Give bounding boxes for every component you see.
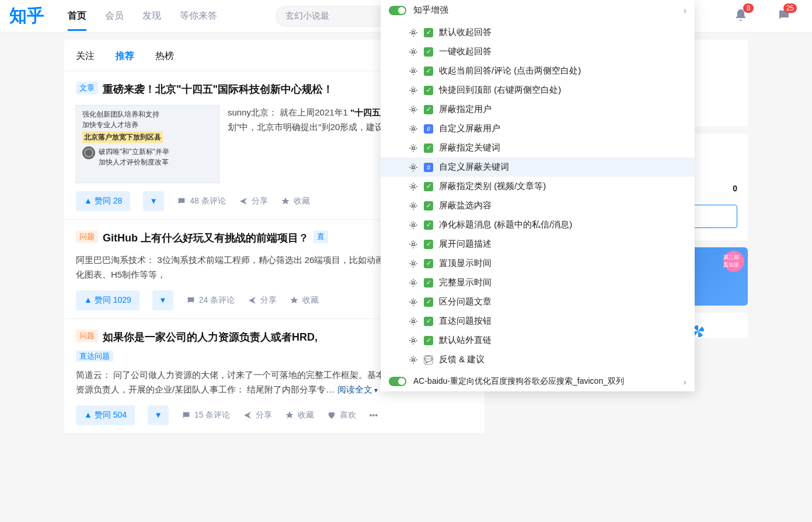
ext-second-header[interactable]: AC-baidu-重定向优化百度搜狗谷歌必应搜索_favicon_双列 › — [381, 372, 695, 391]
ext-option-row[interactable]: ✓默认站外直链 — [381, 331, 695, 350]
gear-icon[interactable] — [409, 143, 418, 153]
ext-option-label: 快捷回到顶部 (右键两侧空白处) — [439, 85, 686, 96]
message-icon[interactable]: 25 — [777, 8, 791, 24]
fav-link[interactable]: 收藏 — [290, 295, 319, 306]
upvote-button[interactable]: ▲ 赞同 28 — [76, 191, 130, 211]
gear-icon[interactable] — [409, 278, 418, 288]
ext-option-row[interactable]: #自定义屏蔽用户 — [381, 119, 695, 138]
gear-icon[interactable] — [409, 240, 418, 249]
ext-option-row[interactable]: ✓一键收起回答 — [381, 42, 695, 61]
ext-option-row[interactable]: ✓收起当前回答/评论 (点击两侧空白处) — [381, 61, 695, 80]
tab-follow[interactable]: 关注 — [76, 50, 95, 62]
ext-option-row[interactable]: ✓屏蔽指定关键词 — [381, 138, 695, 157]
ext-option-row[interactable]: ✓快捷回到顶部 (右键两侧空白处) — [381, 80, 695, 100]
downvote-button[interactable]: ▼ — [152, 290, 173, 310]
nav-discover[interactable]: 发现 — [142, 2, 161, 30]
checkbox-icon[interactable]: ✓ — [424, 259, 433, 268]
more-icon[interactable]: ••• — [369, 411, 378, 420]
item-title[interactable]: 重磅来袭！北京"十四五"国际科技创新中心规松！ — [103, 82, 333, 98]
checkbox-icon[interactable]: ✓ — [424, 182, 433, 191]
ext-option-row[interactable]: ✓屏蔽指定用户 — [381, 100, 695, 119]
tab-hot[interactable]: 热榜 — [155, 50, 174, 62]
checkbox-icon[interactable]: ✓ — [424, 201, 433, 211]
like-link[interactable]: 喜欢 — [327, 410, 356, 421]
share-link[interactable]: 分享 — [243, 410, 272, 421]
upvote-button[interactable]: ▲ 赞同 504 — [76, 405, 135, 425]
ext-option-row[interactable]: ✓屏蔽指定类别 (视频/文章等) — [381, 177, 695, 196]
ext-option-row[interactable]: 💬反馈 & 建议 — [381, 350, 695, 369]
ext-option-row[interactable]: ✓区分问题文章 — [381, 292, 695, 311]
ext-main-header[interactable]: 知乎增强 › — [381, 0, 695, 20]
checkbox-icon[interactable]: ✓ — [424, 317, 433, 326]
checkbox-icon[interactable]: ✓ — [424, 143, 433, 153]
nav-vip[interactable]: 会员 — [105, 2, 124, 30]
hash-icon[interactable]: # — [424, 124, 433, 134]
toggle-icon[interactable] — [389, 6, 406, 15]
checkbox-icon[interactable]: ✓ — [424, 66, 433, 76]
gear-icon[interactable] — [409, 317, 418, 326]
fav-link[interactable]: 收藏 — [281, 196, 310, 206]
chat-icon[interactable]: 💬 — [424, 355, 433, 365]
gear-icon[interactable] — [409, 124, 418, 134]
downvote-button[interactable]: ▼ — [143, 191, 164, 211]
upvote-button[interactable]: ▲ 赞同 1029 — [76, 290, 140, 310]
share-link[interactable]: 分享 — [239, 196, 268, 206]
comments-link[interactable]: 48 条评论 — [177, 196, 225, 206]
share-link[interactable]: 分享 — [248, 295, 277, 306]
checkbox-icon[interactable]: ✓ — [424, 297, 433, 307]
svg-point-3 — [412, 89, 414, 92]
comments-link[interactable]: 24 条评论 — [186, 295, 235, 306]
gear-icon[interactable] — [409, 220, 418, 230]
gear-icon[interactable] — [409, 86, 418, 95]
thumbnail[interactable]: 强化创新团队培养和支持 加快专业人才培养 北京落户放宽下放到区县 破四唯"和"立… — [76, 105, 219, 183]
checkbox-icon[interactable]: ✓ — [424, 336, 433, 345]
nav-home[interactable]: 首页 — [68, 2, 86, 30]
checkbox-icon[interactable]: ✓ — [424, 220, 433, 230]
read-more[interactable]: 阅读全文 — [337, 384, 378, 394]
bell-icon[interactable]: 8 — [734, 8, 748, 24]
ext-option-row[interactable]: ✓置顶显示时间 — [381, 254, 695, 273]
ext-main-title: 知乎增强 — [413, 5, 677, 16]
gear-icon[interactable] — [409, 259, 418, 268]
checkbox-icon[interactable]: ✓ — [424, 278, 433, 288]
svg-point-13 — [412, 282, 414, 284]
ext-option-label: 默认收起回答 — [439, 27, 686, 38]
checkbox-icon[interactable]: ✓ — [424, 105, 433, 114]
downvote-button[interactable]: ▼ — [148, 405, 169, 425]
ext-option-row[interactable]: ✓直达问题按钮 — [381, 311, 695, 331]
ext-option-row[interactable]: ✓完整显示时间 — [381, 273, 695, 292]
gear-icon[interactable] — [409, 105, 418, 114]
nav-answer[interactable]: 等你来答 — [180, 2, 217, 30]
checkbox-icon[interactable]: ✓ — [424, 47, 433, 57]
gear-icon[interactable] — [409, 163, 418, 172]
toggle-icon[interactable] — [389, 377, 406, 386]
question-tag: 问题 — [76, 230, 98, 243]
svg-point-5 — [412, 128, 414, 130]
ext-option-row[interactable]: ✓屏蔽盐选内容 — [381, 196, 695, 215]
ext-option-row[interactable]: ✓净化标题消息 (标题中的私信/消息) — [381, 215, 695, 234]
gear-icon[interactable] — [409, 182, 418, 191]
ext-option-row[interactable]: ✓展开问题描述 — [381, 234, 695, 254]
gear-icon[interactable] — [409, 66, 418, 76]
ext-option-row[interactable]: #自定义屏蔽关键词 — [381, 157, 695, 177]
ext-option-row[interactable]: ✓默认收起回答 — [381, 23, 695, 42]
checkbox-icon[interactable]: ✓ — [424, 240, 433, 249]
logo[interactable]: 知乎 — [9, 4, 44, 28]
gear-icon[interactable] — [409, 47, 418, 57]
gear-icon[interactable] — [409, 297, 418, 307]
item-title[interactable]: 如果你是一家公司的人力资源负责人或者HRD, — [103, 330, 318, 346]
gear-icon[interactable] — [409, 336, 418, 345]
ext-option-label: 屏蔽指定关键词 — [439, 142, 686, 153]
direct-tag[interactable]: 直 — [313, 230, 328, 243]
comments-link[interactable]: 15 条评论 — [182, 410, 230, 421]
checkbox-icon[interactable]: ✓ — [424, 86, 433, 95]
gear-icon[interactable] — [409, 28, 418, 37]
gear-icon[interactable] — [409, 355, 418, 365]
direct-tag[interactable]: 直达问题 — [76, 351, 113, 362]
hash-icon[interactable]: # — [424, 163, 433, 172]
item-title[interactable]: GitHub 上有什么好玩又有挑战的前端项目？ — [103, 230, 309, 247]
gear-icon[interactable] — [409, 201, 418, 211]
tab-recommend[interactable]: 推荐 — [116, 50, 134, 62]
checkbox-icon[interactable]: ✓ — [424, 28, 433, 37]
fav-link[interactable]: 收藏 — [285, 410, 314, 421]
